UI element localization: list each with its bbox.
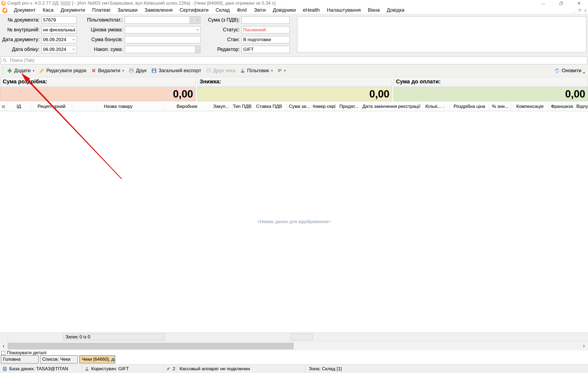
show-details-row: Показувати деталі: [0, 350, 588, 355]
close-button[interactable]: ✕: [570, 0, 588, 7]
scroll-right-arrow[interactable]: ›: [580, 342, 587, 350]
beneficiary-field[interactable]: … Х: [125, 16, 201, 24]
database-segment: База даних: TASA3@TITAN: [0, 365, 82, 373]
sum-to-pay-label: Сума до оплати:: [393, 77, 588, 86]
accum-sum-label: Накоп. сума:: [77, 47, 125, 52]
column-header-10[interactable]: Дата закінчення реєстрації: [362, 102, 421, 111]
printer-icon: [129, 68, 134, 73]
discount-label: Знижка:: [197, 77, 392, 86]
column-header-7[interactable]: Сума за...: [287, 102, 312, 111]
column-header-3[interactable]: Виробник: [164, 102, 210, 111]
accum-sum-field[interactable]: …: [125, 46, 201, 53]
accum-sum-lookup-button[interactable]: …: [195, 46, 200, 53]
delete-button[interactable]: Видалити▾: [91, 68, 124, 74]
zone-segment: Зона: Склад [1]: [305, 365, 588, 373]
column-header-15[interactable]: Франшиза: [549, 102, 576, 111]
column-header-6[interactable]: Ставка ПДВ: [252, 102, 287, 111]
status-bar: База даних: TASA3@TITAN Користувач: GIFT…: [0, 364, 588, 373]
menu-item-14[interactable]: Довідка: [383, 7, 408, 13]
column-header-14[interactable]: Компенсація: [511, 102, 549, 111]
beneficiary-button[interactable]: Пільговик▾: [240, 68, 273, 74]
mdi-close-icon[interactable]: x: [584, 8, 586, 13]
document-notes-box[interactable]: [297, 16, 586, 52]
column-header-0[interactable]: ІД: [7, 102, 31, 111]
bonus-sum-field[interactable]: [125, 36, 201, 43]
user-icon: [85, 366, 89, 371]
price-condition-combo[interactable]: [125, 26, 201, 34]
export-button[interactable]: Загальний експорт: [151, 68, 201, 74]
plug-icon: [166, 366, 170, 371]
connections-count: 2: [173, 366, 175, 372]
beneficiary-clear-button[interactable]: Х: [195, 17, 200, 23]
red-x-icon: [91, 68, 96, 73]
column-header-5[interactable]: Тип ПДВ: [233, 102, 252, 111]
doc-number-label: № документа:: [1, 17, 41, 23]
mdi-restore-icon[interactable]: [578, 8, 581, 13]
minimize-button[interactable]: —: [534, 0, 552, 7]
menu-item-11[interactable]: eHealth: [299, 7, 323, 13]
cash-register-segment: Кассовый аппарат не подключен: [177, 365, 305, 373]
bottom-tab-2[interactable]: Чеки [64660], дані ...: [79, 355, 115, 363]
chevron-down-icon[interactable]: [72, 39, 75, 41]
bottom-tabs: ГоловнаСписок: ЧекиЧеки [64660], дані ..…: [0, 355, 588, 364]
column-header-1[interactable]: Рецептурний: [31, 102, 72, 111]
menu-item-13[interactable]: Вікна: [364, 7, 383, 13]
account-date-field[interactable]: [41, 46, 77, 53]
chevron-down-icon[interactable]: [196, 29, 199, 31]
grid-body[interactable]: <Немає даних для відображення>: [0, 111, 588, 332]
menu-item-1[interactable]: Каса: [39, 7, 57, 13]
sum-vat-field[interactable]: [242, 16, 290, 24]
menu-item-9[interactable]: Звіти: [251, 7, 269, 13]
document-header-form: № документа: Пільговик/плат.: … Х Сума (…: [0, 14, 588, 56]
list-options-button[interactable]: ▾: [278, 68, 286, 73]
menu-items: ДокументКасаДокументиПлатежіЗалишкиЗамов…: [10, 7, 408, 13]
window-controls: — ✕: [534, 0, 588, 7]
app-window: Скарб pro v. 4.0.2.77 [ІД:] - [Апт №003 …: [0, 0, 588, 373]
internal-number-field[interactable]: [41, 26, 77, 34]
column-header-9[interactable]: Придат...: [336, 102, 362, 111]
column-header-13[interactable]: % зни...: [489, 102, 511, 111]
person-icon: [240, 68, 245, 73]
menu-item-5[interactable]: Замовлення: [141, 7, 176, 13]
column-header-8[interactable]: Номер серії: [312, 102, 336, 111]
column-header-11[interactable]: Кількі...△: [421, 102, 450, 111]
scrollbar-thumb[interactable]: [8, 343, 294, 349]
menu-item-2[interactable]: Документи: [57, 7, 89, 13]
doc-number-field[interactable]: [41, 16, 77, 24]
menu-item-8[interactable]: Філії: [233, 7, 251, 13]
cash-register-status: Кассовый аппарат не подключен: [179, 366, 250, 372]
menu-item-12[interactable]: Налаштування: [323, 7, 364, 13]
menu-item-6[interactable]: Сертифікати: [176, 7, 212, 13]
printer-icon: [206, 68, 211, 73]
toolbar: Додати▾ Редагувати рядок Видалити▾ Друк …: [0, 65, 588, 76]
mdi-minimize-icon[interactable]: _: [573, 8, 575, 13]
chevron-down-icon[interactable]: [72, 48, 75, 50]
user-label: Користувач: GIFT: [91, 366, 129, 372]
refresh-icon: [554, 68, 560, 74]
menu-item-3[interactable]: Платежі: [89, 7, 114, 13]
column-header-2[interactable]: Назва товару: [72, 102, 164, 111]
print-receipt-button[interactable]: Друк чека: [206, 68, 236, 74]
bottom-tab-1[interactable]: Список: Чеки: [40, 355, 78, 363]
menu-item-10[interactable]: Довідники: [269, 7, 299, 13]
show-details-checkbox[interactable]: [1, 351, 5, 355]
menu-item-4[interactable]: Залишки: [114, 7, 141, 13]
add-button[interactable]: Додати▾: [7, 68, 34, 74]
show-details-label: Показувати деталі: [7, 350, 46, 356]
bottom-tab-0[interactable]: Головна: [1, 355, 39, 363]
beneficiary-lookup-button[interactable]: …: [190, 17, 194, 23]
grid-footer: Запис 0 із 0: [0, 332, 588, 341]
edit-row-button[interactable]: Редагувати рядок: [39, 68, 86, 74]
restore-button[interactable]: [552, 0, 570, 7]
column-header-16[interactable]: Відпу: [576, 102, 588, 111]
refresh-button[interactable]: Оновити▾: [554, 67, 585, 75]
menu-item-7[interactable]: Склад: [212, 7, 233, 13]
print-button[interactable]: Друк: [129, 68, 147, 74]
doc-date-field[interactable]: [41, 36, 77, 43]
menu-item-0[interactable]: Документ: [10, 7, 39, 13]
column-header-12[interactable]: Роздрібна ціна: [450, 102, 489, 111]
search-input[interactable]: [1, 56, 587, 64]
scroll-left-arrow[interactable]: ‹: [0, 342, 7, 350]
retail-sum-panel: Сума роздрібна: 0,00: [0, 77, 196, 101]
column-header-4[interactable]: Закуп...: [210, 102, 233, 111]
